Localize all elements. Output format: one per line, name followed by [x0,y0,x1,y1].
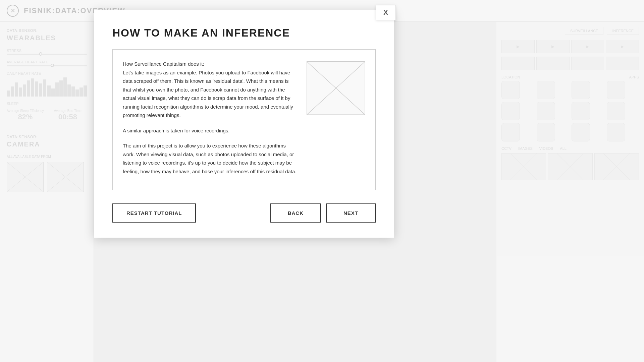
modal-buttons: RESTART TUTORIAL BACK NEXT [112,203,376,223]
bg-video-3: ▶ [571,40,604,53]
bg-icon-7 [572,102,590,120]
bg-sleep-eff-label: Average Sleep Efficiency [7,109,44,113]
bg-video-7 [571,57,604,70]
bg-cam-img-2 [47,162,84,192]
bg-bar-2 [11,86,14,97]
back-button[interactable]: BACK [270,203,321,223]
modal-p1-heading: How Surveillance Capitalism does it: [123,61,204,67]
bg-bar-18 [75,89,79,97]
bg-apps-label: APPS [629,75,639,79]
bg-right-top-buttons: SURVEILLANCE INFERENCE [501,27,639,35]
bg-sleep-time-label: Average Bed Time [54,109,82,113]
bg-surveillance-btn: SURVEILLANCE [565,27,604,35]
bg-media-tabs: CCTV IMAGES VIDEOS ALL [501,146,639,150]
bg-bar-5 [23,84,26,97]
bg-icon-6 [537,102,555,120]
background-sidebar: DATA:SENSOR: WEARABLES STRESS AVERAGE HE… [0,22,94,362]
bg-sleep-time-value: 00:58 [54,113,82,121]
bg-camera-images [7,162,87,192]
bg-bar-19 [79,87,83,97]
bg-video-6 [536,57,570,70]
bg-video-row: ▶ ▶ ▶ ▶ [501,40,639,53]
bg-video-1: ▶ [501,40,535,53]
modal-p1-body: Let's take images as an example. Photos … [123,70,293,118]
bg-bar-15 [63,77,67,97]
bg-icon-4 [607,81,625,99]
bg-icon-9 [501,123,520,141]
bg-videos-tab: VIDEOS [539,146,553,150]
bg-location-label: LOCATION [501,75,520,79]
bg-video-row2 [501,57,639,70]
bg-cctv-tab: CCTV [501,146,512,150]
bg-video-5 [501,57,535,70]
bg-camera-label: DATA:SENSOR: [7,135,87,139]
modal-close-button[interactable]: X [376,5,396,20]
bg-location-apps-labels: LOCATION APPS [501,75,639,79]
bg-bottom-images [501,153,639,180]
modal-title: HOW TO MAKE AN INFERENCE [112,27,376,39]
bg-bar-1 [7,90,10,97]
modal-close-icon: X [383,9,388,16]
bg-stress-label: STRESS [7,49,87,53]
bg-icon-12 [607,123,625,141]
bg-bar-8 [35,81,38,97]
bg-close-icon: ✕ [7,5,19,17]
bg-cam-img-1 [7,162,44,192]
bg-video-2: ▶ [536,40,570,53]
bg-stress-thumb [39,52,42,56]
bg-camera-name: CAMERA [7,140,87,148]
bg-images-tab: IMAGES [518,146,533,150]
bg-icon-5 [501,102,520,120]
bg-heart-thumb [51,64,54,67]
bg-icon-grid [501,81,639,141]
modal-text-content: How Surveillance Capitalism does it: Let… [123,60,297,180]
modal-placeholder-svg [307,62,365,115]
bg-video-8 [606,57,639,70]
bg-bar-10 [43,79,46,97]
bg-sleep-stats: Average Sleep Efficiency 82% Average Bed… [7,109,87,121]
bg-bar-11 [47,85,50,97]
bg-icon-2 [537,81,555,99]
bg-bar-20 [84,85,87,97]
bg-bar-13 [55,82,59,97]
bg-bottom-img-2 [548,153,592,180]
bg-heart-label: AVERAGE HEART RATE [7,60,87,64]
modal-image-placeholder [307,61,365,115]
modal-content-area: How Surveillance Capitalism does it: Let… [112,49,376,190]
next-button[interactable]: NEXT [326,203,376,223]
restart-tutorial-button[interactable]: RESTART TUTORIAL [112,203,196,223]
bg-sleep-label: SLEEP [7,102,87,106]
bg-sensor-label: DATA:SENSOR: [7,28,87,33]
bg-bar-6 [27,80,30,97]
bg-icon-8 [607,102,625,120]
bg-bar-12 [51,88,55,97]
bg-bar-7 [31,78,34,97]
bg-bottom-img-1 [501,153,546,180]
bg-sleep-efficiency: Average Sleep Efficiency 82% [7,109,44,121]
bg-bar-3 [15,82,18,97]
bg-daily-heart-label: DAILY HEART RATE [7,71,87,75]
bg-sensor-name: WEARABLES [7,34,87,42]
bg-bar-17 [71,86,75,97]
bg-sleep-time: Average Bed Time 00:58 [54,109,82,121]
bg-video-4: ▶ [606,40,639,53]
bg-bar-chart [7,76,87,97]
modal-paragraph3: The aim of this project is to allow you … [123,141,297,176]
bg-icon-3 [572,81,590,99]
bg-bottom-img-3 [594,153,639,180]
bg-sleep-eff-value: 82% [7,113,44,121]
modal-paragraph-heading: How Surveillance Capitalism does it: Let… [123,60,297,120]
bg-stress-slider [7,54,87,55]
bg-camera-data-label: ALL AVAILABLE DATA FROM [7,155,87,159]
bg-icon-1 [501,81,520,99]
bg-heart-slider [7,65,87,66]
bg-all-tab: ALL [560,146,567,150]
bg-icon-10 [537,123,555,141]
bg-inference-btn: INFERENCE [607,27,639,35]
modal-dialog: HOW TO MAKE AN INFERENCE How Surveillanc… [94,10,394,238]
bg-bar-4 [19,87,22,97]
background-right-panel: SURVEILLANCE INFERENCE ▶ ▶ ▶ ▶ LOCATION … [496,22,644,362]
bg-camera-section: DATA:SENSOR: CAMERA ALL AVAILABLE DATA F… [7,135,87,192]
modal-paragraph2: A similar approach is taken for voice re… [123,126,297,135]
bg-bar-14 [59,80,63,97]
